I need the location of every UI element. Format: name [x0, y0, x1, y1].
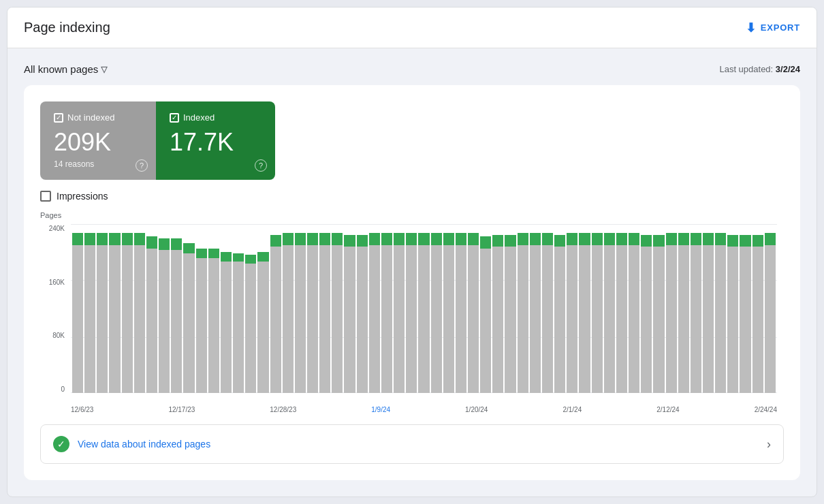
- bar-indexed: [406, 233, 417, 245]
- bar-group: [492, 225, 503, 393]
- bar-group: [641, 225, 652, 393]
- bar-indexed: [542, 233, 553, 245]
- bar-not-indexed: [579, 245, 590, 393]
- bar-not-indexed: [703, 245, 714, 393]
- bar-indexed: [381, 233, 392, 245]
- bar-indexed: [616, 233, 627, 245]
- bar-not-indexed: [567, 245, 577, 393]
- bar-indexed: [727, 235, 738, 247]
- x-axis-label: 1/9/24: [371, 406, 390, 413]
- y-axis-title: Pages: [40, 211, 61, 219]
- bar-indexed: [579, 233, 590, 245]
- indexed-help[interactable]: ?: [255, 159, 267, 172]
- bar-indexed: [72, 233, 83, 245]
- bar-not-indexed: [344, 247, 355, 393]
- bar-group: [245, 225, 256, 393]
- bar-group: [666, 225, 677, 393]
- y-axis-label: 160K: [49, 279, 65, 286]
- bar-group: [97, 225, 108, 393]
- bar-group: [505, 225, 516, 393]
- page-container: Page indexing ⬇ EXPORT All known pages ▿…: [7, 7, 817, 497]
- bar-not-indexed: [406, 245, 417, 393]
- bar-not-indexed: [295, 245, 306, 393]
- bar-group: [122, 225, 133, 393]
- bar-group: [146, 225, 157, 393]
- x-axis-label: 12/6/23: [71, 406, 93, 413]
- bar-not-indexed: [492, 247, 503, 393]
- bar-group: [653, 225, 664, 393]
- bar-not-indexed: [72, 245, 83, 393]
- bar-indexed: [171, 238, 182, 250]
- bar-group: [295, 225, 306, 393]
- bar-group: [233, 225, 244, 393]
- bar-group: [752, 225, 763, 393]
- bar-group: [319, 225, 330, 393]
- bar-not-indexed: [678, 245, 689, 393]
- impressions-checkbox[interactable]: [40, 191, 51, 202]
- bar-group: [616, 225, 627, 393]
- bar-not-indexed: [480, 249, 491, 393]
- filter-dropdown[interactable]: All known pages ▿: [24, 61, 108, 77]
- bar-indexed: [592, 233, 603, 245]
- bar-not-indexed: [468, 245, 479, 393]
- x-axis-label: 2/12/24: [656, 406, 679, 413]
- bar-group: [691, 225, 701, 393]
- not-indexed-box: ✓ Not indexed 209K 14 reasons ?: [40, 101, 156, 180]
- indexed-checkbox[interactable]: ✓: [170, 113, 179, 123]
- bar-not-indexed: [134, 245, 145, 393]
- bar-group: [443, 225, 454, 393]
- bar-not-indexed: [381, 245, 392, 393]
- bar-indexed: [765, 233, 776, 245]
- chevron-right-icon: ›: [767, 437, 771, 452]
- bar-group: [740, 225, 750, 393]
- bar-indexed: [344, 235, 355, 247]
- bar-not-indexed: [691, 245, 701, 393]
- bar-not-indexed: [270, 247, 281, 393]
- view-data-link[interactable]: ✓ View data about indexed pages ›: [40, 424, 784, 464]
- bar-indexed: [629, 233, 639, 245]
- bar-group: [307, 225, 318, 393]
- bar-not-indexed: [629, 245, 639, 393]
- bar-group: [468, 225, 479, 393]
- bar-indexed: [468, 233, 479, 245]
- bar-group: [270, 225, 281, 393]
- bar-indexed: [678, 233, 689, 245]
- bar-group: [480, 225, 491, 393]
- bar-indexed: [270, 235, 281, 247]
- not-indexed-sub: 14 reasons: [54, 159, 142, 169]
- bar-indexed: [332, 233, 343, 245]
- bar-not-indexed: [369, 245, 380, 393]
- header: Page indexing ⬇ EXPORT: [7, 7, 817, 48]
- bar-not-indexed: [233, 262, 244, 393]
- bar-indexed: [505, 235, 516, 247]
- bar-indexed: [257, 252, 268, 262]
- bar-not-indexed: [283, 245, 294, 393]
- not-indexed-help[interactable]: ?: [136, 159, 148, 172]
- bar-not-indexed: [418, 245, 429, 393]
- bar-indexed: [641, 235, 652, 247]
- bar-indexed: [715, 233, 726, 245]
- stats-row: ✓ Not indexed 209K 14 reasons ? ✓ Indexe…: [40, 101, 784, 180]
- bar-group: [765, 225, 776, 393]
- bar-group: [394, 225, 405, 393]
- not-indexed-checkbox[interactable]: ✓: [54, 113, 63, 123]
- bar-not-indexed: [257, 262, 268, 393]
- bar-group: [381, 225, 392, 393]
- x-axis-label: 2/1/24: [562, 406, 582, 413]
- bar-not-indexed: [443, 245, 454, 393]
- bar-indexed: [456, 233, 466, 245]
- export-button[interactable]: ⬇ EXPORT: [746, 20, 800, 35]
- bar-group: [530, 225, 541, 393]
- bars-container: [71, 225, 777, 393]
- bar-indexed: [418, 233, 429, 245]
- x-axis-label: 2/24/24: [755, 406, 777, 413]
- bar-indexed: [283, 233, 294, 245]
- bar-indexed: [653, 235, 664, 247]
- bar-indexed: [307, 233, 318, 245]
- bar-group: [604, 225, 615, 393]
- bar-indexed: [554, 235, 565, 247]
- y-axis-label: 80K: [52, 332, 65, 339]
- bar-not-indexed: [530, 245, 541, 393]
- bar-not-indexed: [307, 245, 318, 393]
- indexed-box: ✓ Indexed 17.7K ?: [156, 101, 275, 180]
